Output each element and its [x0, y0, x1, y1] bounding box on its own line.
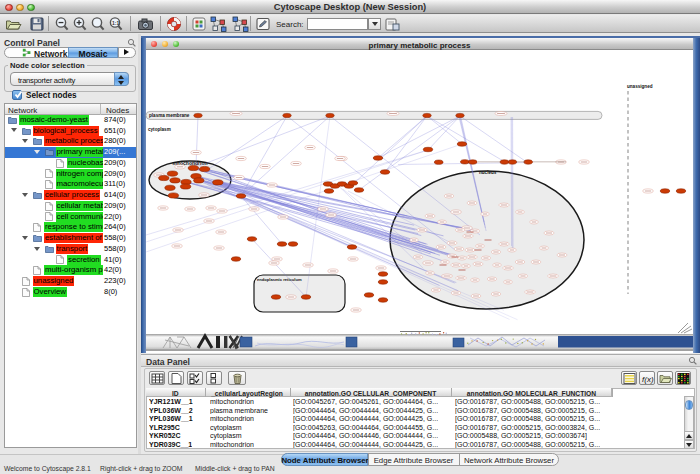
svg-text:cytoplasm: cytoplasm: [148, 127, 171, 132]
svg-text:1:1: 1:1: [112, 20, 119, 26]
svg-text:endoplasmic reticulum: endoplasmic reticulum: [257, 277, 302, 282]
svg-text:plasma membrane: plasma membrane: [149, 113, 190, 118]
svg-text:unassigned: unassigned: [627, 84, 653, 89]
svg-text:f(x): f(x): [642, 374, 654, 383]
svg-text:nucleus: nucleus: [479, 170, 497, 175]
